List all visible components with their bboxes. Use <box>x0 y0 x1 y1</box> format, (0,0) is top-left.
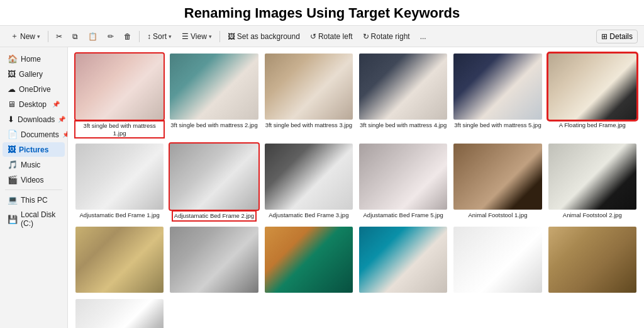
documents-icon: 📄 <box>8 130 18 139</box>
image-filename: Adjustamatic Bed Frame 5.jpg <box>364 212 443 218</box>
image-item[interactable] <box>74 225 165 294</box>
image-thumbnail <box>265 227 353 293</box>
image-filename: Adjustamatic Bed Frame 1.jpg <box>80 212 160 218</box>
sidebar-label: Documents <box>21 130 59 139</box>
image-item[interactable] <box>264 225 354 294</box>
cut-icon: ✂ <box>56 32 62 41</box>
sidebar-item-downloads[interactable]: ⬇Downloads📌 <box>3 112 65 127</box>
pin-icon: 📌 <box>62 131 68 138</box>
image-filename: A Floating bed Frame.jpg <box>559 122 626 128</box>
image-thumbnail <box>75 299 164 328</box>
image-item[interactable] <box>547 225 638 294</box>
image-item[interactable]: 3ft single bed with mattress 3.jpg <box>264 52 354 139</box>
image-item[interactable]: 3ft single bed with mattress 1.jpg <box>74 52 165 139</box>
image-item[interactable]: A Floating bed Frame.jpg <box>547 52 638 139</box>
sidebar-label: Music <box>21 161 40 169</box>
sidebar-label: Desktop <box>19 100 47 109</box>
sidebar-label: Home <box>21 55 41 64</box>
image-thumbnail <box>453 144 541 210</box>
image-item[interactable]: Adjustamatic Bed Frame 1.jpg <box>74 142 165 222</box>
image-thumbnail <box>170 227 258 293</box>
image-filename: Adjustamatic Bed Frame 3.jpg <box>269 212 348 218</box>
thispc-icon: 💻 <box>8 195 18 205</box>
image-filename: 3ft single bed with mattress 5.jpg <box>454 122 541 128</box>
downloads-icon: ⬇ <box>8 115 14 124</box>
image-item[interactable] <box>452 225 543 294</box>
sep2 <box>139 31 140 42</box>
sidebar-label: Downloads <box>18 115 55 124</box>
sidebar: 🏠Home🖼Gallery☁OneDrive🖥Desktop📌⬇Download… <box>0 47 68 328</box>
more-button[interactable]: ... <box>416 30 431 43</box>
image-thumbnail <box>170 144 258 210</box>
paste-icon: 📋 <box>88 32 97 41</box>
pictures-icon: 🖼 <box>8 145 16 154</box>
image-item[interactable]: Animal Footstool 1.jpg <box>452 142 543 222</box>
image-thumbnail <box>75 54 164 120</box>
sidebar-item-home[interactable]: 🏠Home <box>3 52 65 66</box>
image-item[interactable] <box>74 298 165 328</box>
image-thumbnail <box>548 54 636 120</box>
set-bg-button[interactable]: 🖼 Set as background <box>223 30 304 43</box>
main-area: 🏠Home🖼Gallery☁OneDrive🖥Desktop📌⬇Download… <box>0 47 644 328</box>
sep1 <box>48 31 48 42</box>
image-item[interactable]: Adjustamatic Bed Frame 2.jpg <box>169 142 259 222</box>
rotate-left-icon: ↺ <box>310 32 316 41</box>
rotate-right-button[interactable]: ↻ Rotate right <box>358 30 414 43</box>
image-thumbnail <box>453 227 541 293</box>
sort-button[interactable]: ↕ Sort ▾ <box>143 30 176 43</box>
videos-icon: 🎬 <box>8 175 18 184</box>
new-chevron-icon: ▾ <box>37 33 40 40</box>
new-button[interactable]: ＋ New ▾ <box>6 29 45 43</box>
sidebar-item-documents[interactable]: 📄Documents📌 <box>3 127 65 142</box>
rotate-left-button[interactable]: ↺ Rotate left <box>306 30 357 43</box>
image-item[interactable]: Adjustamatic Bed Frame 5.jpg <box>358 142 448 222</box>
image-item[interactable]: 3ft single bed with mattress 4.jpg <box>358 52 448 139</box>
sidebar-item-pictures[interactable]: 🖼Pictures <box>3 142 65 157</box>
image-item[interactable]: Adjustamatic Bed Frame 3.jpg <box>264 142 354 222</box>
sidebar-item-localdisk[interactable]: 💾Local Disk (C:) <box>3 208 65 230</box>
image-item[interactable]: 3ft single bed with mattress 2.jpg <box>169 52 259 139</box>
image-filename: 3ft single bed with mattress 2.jpg <box>170 122 257 128</box>
gallery-icon: 🖼 <box>8 69 16 79</box>
view-button[interactable]: ☰ View ▾ <box>177 30 216 43</box>
sidebar-item-music[interactable]: 🎵Music <box>3 157 65 172</box>
sidebar-item-thispc[interactable]: 💻This PC <box>3 193 65 207</box>
cut-button[interactable]: ✂ <box>52 30 67 43</box>
image-filename: Animal Footstool 2.jpg <box>563 212 622 218</box>
image-item[interactable]: 3ft single bed with mattress 5.jpg <box>452 52 543 139</box>
delete-button[interactable]: 🗑 <box>119 30 136 43</box>
image-thumbnail <box>359 54 447 120</box>
sort-icon: ↕ <box>147 32 151 41</box>
sidebar-item-desktop[interactable]: 🖥Desktop📌 <box>3 97 65 111</box>
pin-icon: 📌 <box>58 116 65 123</box>
sidebar-item-gallery[interactable]: 🖼Gallery <box>3 67 65 81</box>
view-icon: ☰ <box>182 32 189 41</box>
image-item[interactable] <box>169 225 259 294</box>
home-icon: 🏠 <box>8 54 18 64</box>
image-thumbnail <box>453 54 541 120</box>
desktop-icon: 🖥 <box>8 99 16 109</box>
image-thumbnail <box>548 144 636 210</box>
sidebar-item-videos[interactable]: 🎬Videos <box>3 172 65 187</box>
image-thumbnail <box>359 144 447 210</box>
image-thumbnail <box>170 54 258 120</box>
set-bg-icon: 🖼 <box>228 32 235 41</box>
image-item[interactable] <box>358 225 448 294</box>
copy-button[interactable]: ⧉ <box>68 30 82 43</box>
details-button[interactable]: ⊞ Details <box>596 30 638 43</box>
image-filename: 3ft single bed with mattress 3.jpg <box>265 122 352 128</box>
image-item[interactable]: Animal Footstool 2.jpg <box>547 142 638 222</box>
page-title: Renaming Images Using Target Keywords <box>0 0 644 26</box>
content-area: 3ft single bed with mattress 1.jpg3ft si… <box>68 47 644 328</box>
image-thumbnail <box>75 144 164 210</box>
rename-button[interactable]: ✏ <box>103 30 118 43</box>
toolbar: ＋ New ▾ ✂ ⧉ 📋 ✏ 🗑 ↕ Sort ▾ ☰ View ▾ 🖼 Se… <box>0 26 644 47</box>
new-icon: ＋ <box>11 31 18 42</box>
view-chevron-icon: ▾ <box>209 33 212 40</box>
sidebar-label: Gallery <box>19 70 43 79</box>
image-filename: Animal Footstool 1.jpg <box>468 212 527 218</box>
sidebar-item-onedrive[interactable]: ☁OneDrive <box>3 82 65 96</box>
paste-button[interactable]: 📋 <box>84 30 102 43</box>
image-filename: 3ft single bed with mattress 4.jpg <box>360 122 447 128</box>
image-grid: 3ft single bed with mattress 1.jpg3ft si… <box>74 52 638 328</box>
